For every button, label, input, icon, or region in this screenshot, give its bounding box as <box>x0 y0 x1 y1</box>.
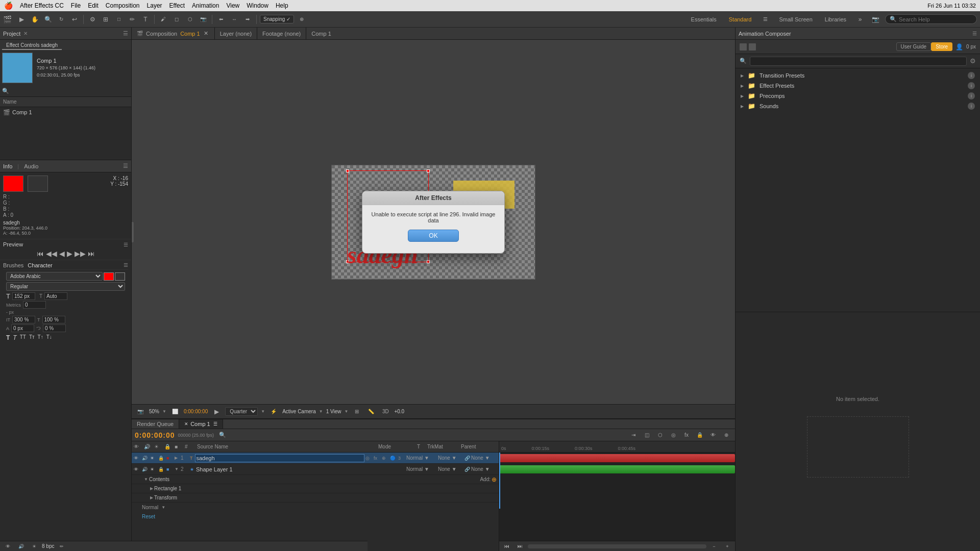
plus-icon[interactable]: +0.0 <box>394 409 404 414</box>
snapshot-icon[interactable]: 📷 <box>870 14 881 25</box>
l2-expand[interactable]: ▼ <box>175 467 180 471</box>
l1-adj[interactable]: 🔵 <box>390 456 397 461</box>
project-search-input[interactable] <box>11 88 129 94</box>
anim-icon-1[interactable] <box>740 43 747 51</box>
menu-file[interactable]: File <box>71 2 81 9</box>
l1-shy[interactable]: ◎ <box>365 456 373 461</box>
comp1-timeline-tab[interactable]: ✕ Comp 1 ☰ <box>179 419 223 429</box>
l1-solo[interactable]: ☀ <box>150 456 157 461</box>
project-menu-icon[interactable]: ☰ <box>123 30 128 37</box>
layer-row-2[interactable]: 👁 🔊 ☀ 🔒 ■ ▼ 2 ★ Shape Layer 1 Normal ▼ N… <box>132 464 499 475</box>
bpc-label[interactable]: 8 bpc <box>42 543 54 549</box>
char-color-a[interactable] <box>104 272 114 281</box>
anim-item-transition-presets[interactable]: ▶ 📁 Transition Presets i <box>738 70 978 81</box>
tl-tool-1[interactable]: ⇥ <box>628 430 639 441</box>
layer-row-1[interactable]: 👁 🔊 ☀ 🔒 ■ ▶ 1 T ◎ fx ⊕ 🔵 3 <box>132 453 499 464</box>
anim-item-precomps[interactable]: ▶ 📁 Precomps i <box>738 91 978 101</box>
menu-animation[interactable]: Animation <box>192 2 219 9</box>
play-btn-bottom[interactable]: ▶ <box>211 406 222 417</box>
l1-name-input[interactable] <box>195 454 365 462</box>
char-panel-menu[interactable]: ☰ <box>124 262 128 268</box>
3d-icon[interactable]: 3D <box>380 406 391 417</box>
eraser-tool[interactable]: ◻ <box>171 14 182 25</box>
l1-trkmat[interactable]: None ▼ <box>438 455 463 461</box>
pen-tool[interactable]: ✏ <box>127 14 138 25</box>
apple-menu[interactable]: 🍎 <box>4 2 13 10</box>
menu-effect[interactable]: Effect <box>169 2 185 9</box>
tl-tool-4[interactable]: ◎ <box>668 430 679 441</box>
timeline-zoom-out[interactable]: − <box>708 541 720 552</box>
footage-tab[interactable]: Footage (none) <box>257 28 306 39</box>
font-family-select[interactable]: Adobe Arabic <box>6 272 103 281</box>
user-guide-button[interactable]: User Guide <box>896 42 932 51</box>
grid-tool[interactable]: ⊞ <box>100 14 111 25</box>
rotate-tool[interactable]: ↻ <box>56 14 67 25</box>
smallcaps-icon[interactable]: Tт <box>29 334 35 341</box>
font-auto-input[interactable] <box>44 292 67 300</box>
font-size-input[interactable] <box>12 292 35 300</box>
l1-motion[interactable]: ⊕ <box>382 456 389 461</box>
align-right[interactable]: ➡ <box>242 14 253 25</box>
l1-parent[interactable]: None ▼ <box>471 455 497 461</box>
project-item-comp1[interactable]: 🎬 Comp 1 <box>0 107 131 117</box>
align-center[interactable]: ↔ <box>229 14 240 25</box>
tl-tool-6[interactable]: 🔒 <box>694 430 705 441</box>
preview-back-step-btn[interactable]: ◀◀ <box>46 249 57 258</box>
anim-people-icon[interactable]: 👤 <box>955 43 963 51</box>
extra-tool[interactable]: ⊕ <box>296 14 307 25</box>
fast-preview-icon[interactable]: ⚡ <box>268 406 279 417</box>
hand-tool[interactable]: ✋ <box>29 14 40 25</box>
menu-edit[interactable]: Edit <box>88 2 99 9</box>
workspace-essentials[interactable]: Essentials <box>687 15 721 23</box>
track-bar-1[interactable] <box>499 454 735 462</box>
char-color-b[interactable] <box>115 272 125 281</box>
timeline-scroll[interactable] <box>528 544 706 548</box>
playhead[interactable] <box>499 453 500 509</box>
menu-window[interactable]: Window <box>247 2 268 9</box>
preview-first-btn[interactable]: ⏮ <box>37 249 44 258</box>
undo-icon[interactable]: ↩ <box>69 14 80 25</box>
scale-v-input[interactable] <box>42 316 65 323</box>
menu-help[interactable]: Help <box>276 2 288 9</box>
l2-parent[interactable]: None ▼ <box>471 466 497 472</box>
l2-mode[interactable]: Normal ▼ <box>406 466 437 472</box>
store-button[interactable]: Store <box>931 42 952 51</box>
screenshot-icon[interactable]: 📷 <box>135 406 146 417</box>
quality-select[interactable]: Quarter <box>225 407 258 416</box>
rect1-expand[interactable]: ▶ <box>150 486 153 491</box>
timeline-time-display[interactable]: 0:00:00:00 <box>135 431 175 439</box>
tl-tool-2[interactable]: ◫ <box>641 430 652 441</box>
l1-fx[interactable]: fx <box>374 456 381 461</box>
grid-icon[interactable]: ⊞ <box>351 406 362 417</box>
super-icon[interactable]: T↑ <box>38 334 43 341</box>
info-panel-menu[interactable]: ☰ <box>123 163 128 169</box>
l1-parent-link[interactable]: 🔗 <box>464 456 470 461</box>
l2-lock[interactable]: 🔒 <box>158 467 165 472</box>
italic-icon[interactable]: T <box>13 334 16 341</box>
shape-tool[interactable]: ⬡ <box>184 14 195 25</box>
preview-last-btn[interactable]: ⏭ <box>88 249 95 258</box>
timeline-search-icon[interactable]: 🔍 <box>219 432 226 438</box>
l1-audio[interactable]: 🔊 <box>142 456 149 461</box>
paint-tool[interactable]: 🖌 <box>158 14 169 25</box>
menu-app[interactable]: After Effects CC <box>20 2 64 9</box>
camera-dropdown[interactable]: ▼ <box>319 409 323 414</box>
bold-icon[interactable]: T <box>6 334 10 341</box>
anim-icon-2[interactable] <box>749 43 756 51</box>
audio-tab[interactable]: Audio <box>24 163 38 169</box>
menu-view[interactable]: View <box>226 2 239 9</box>
timeline-zoom-in[interactable]: + <box>722 541 733 552</box>
l1-3d[interactable]: 3 <box>398 456 405 461</box>
alert-ok-button[interactable]: OK <box>408 230 458 242</box>
scale-h-input[interactable] <box>12 316 35 323</box>
tl-tool-7[interactable]: 👁 <box>707 430 719 441</box>
align-left[interactable]: ⬅ <box>215 14 227 25</box>
brushes-tab[interactable]: Brushes <box>3 262 23 268</box>
comp1-tab-menu[interactable]: ☰ <box>213 421 217 427</box>
menu-layer[interactable]: Layer <box>147 2 162 9</box>
preview-play-btn[interactable]: ▶ <box>67 249 72 258</box>
anim-search-input[interactable] <box>750 57 967 66</box>
anim-item-sounds[interactable]: ▶ 📁 Sounds i <box>738 101 978 111</box>
breadcrumb-comp[interactable]: Comp 1 <box>311 31 331 37</box>
type-tool[interactable]: T <box>140 14 151 25</box>
